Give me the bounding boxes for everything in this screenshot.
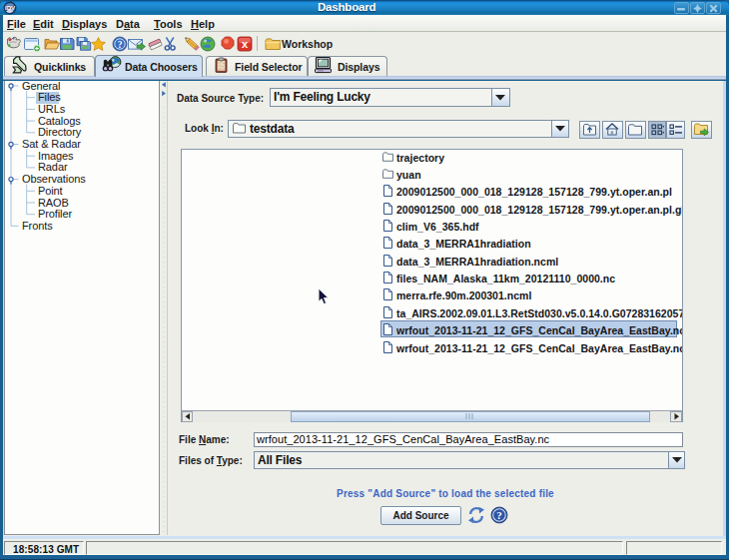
svg-text:x: x bbox=[242, 38, 249, 50]
svg-text:?: ? bbox=[118, 40, 123, 50]
svg-text:?: ? bbox=[496, 509, 502, 521]
svg-text:IDV: IDV bbox=[5, 5, 15, 11]
